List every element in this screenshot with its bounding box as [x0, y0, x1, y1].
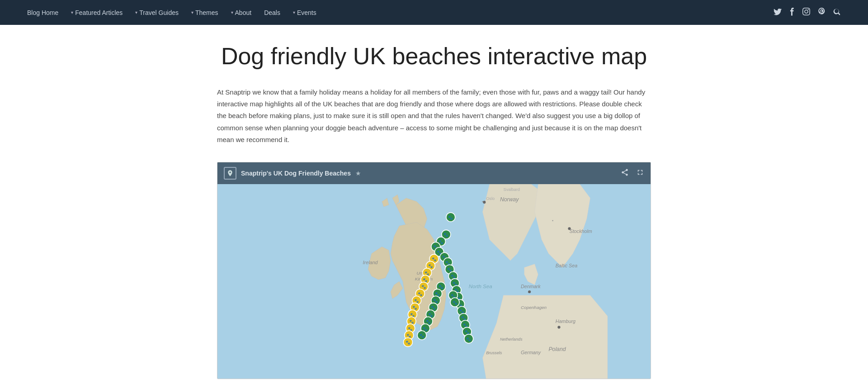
main-content: Dog friendly UK beaches interactive map …: [208, 25, 660, 379]
svg-text:🐾: 🐾: [423, 327, 428, 332]
svg-text:🐾: 🐾: [432, 257, 437, 262]
map-share-button[interactable]: [621, 168, 629, 178]
nav-about[interactable]: ▾ About: [231, 9, 252, 16]
svg-point-103: [483, 201, 486, 204]
navigation: Blog Home ▾ Featured Articles ▾ Travel G…: [0, 0, 868, 25]
svg-text:Svalbard: Svalbard: [504, 187, 520, 192]
caret-icon: ▾: [135, 10, 137, 15]
svg-text:Stockholm: Stockholm: [569, 228, 592, 234]
svg-text:🐾: 🐾: [444, 233, 449, 238]
map-visual[interactable]: Norway Stockholm • Denmark • Copenhagen …: [217, 184, 651, 379]
map-star-icon[interactable]: ★: [355, 170, 361, 177]
svg-text:🐾: 🐾: [453, 300, 458, 305]
svg-text:Netherlands: Netherlands: [500, 337, 523, 342]
svg-text:🐾: 🐾: [447, 267, 452, 272]
caret-icon: ▾: [71, 10, 73, 15]
svg-text:Germany: Germany: [521, 350, 541, 355]
map-header-left: Snaptrip's UK Dog Friendly Beaches ★: [224, 167, 361, 180]
svg-point-104: [568, 227, 571, 230]
nav-events[interactable]: ▾ Events: [293, 9, 316, 16]
caret-icon: ▾: [231, 10, 233, 15]
svg-text:🐾: 🐾: [421, 285, 426, 290]
map-header: Snaptrip's UK Dog Friendly Beaches ★: [217, 162, 651, 184]
map-header-right: [621, 168, 644, 178]
svg-text:North Sea: North Sea: [469, 284, 492, 289]
svg-point-106: [557, 326, 560, 328]
nav-left: Blog Home ▾ Featured Articles ▾ Travel G…: [27, 9, 316, 16]
intro-paragraph: At Snaptrip we know that a family holida…: [217, 86, 651, 146]
svg-text:🐾: 🐾: [418, 292, 423, 297]
svg-text:🐾: 🐾: [406, 340, 410, 345]
nav-blog-home[interactable]: Blog Home: [27, 9, 58, 16]
map-title: Snaptrip's UK Dog Friendly Beaches: [241, 170, 351, 177]
instagram-icon[interactable]: [802, 8, 810, 17]
svg-text:Poland: Poland: [548, 346, 566, 352]
svg-text:🐾: 🐾: [448, 215, 453, 220]
svg-text:Copenhagen: Copenhagen: [521, 305, 547, 310]
nav-themes[interactable]: ▾ Themes: [191, 9, 218, 16]
svg-text:•: •: [552, 219, 553, 223]
twitter-icon[interactable]: [774, 8, 782, 17]
map-fullscreen-button[interactable]: [636, 168, 644, 178]
svg-text:🐾: 🐾: [420, 333, 425, 338]
nav-deals[interactable]: Deals: [264, 9, 280, 16]
svg-point-105: [528, 290, 531, 293]
caret-icon: ▾: [191, 10, 193, 15]
page-title: Dog friendly UK beaches interactive map: [217, 43, 651, 70]
svg-text:Ireland: Ireland: [363, 260, 378, 265]
svg-text:Denmark: Denmark: [521, 284, 541, 289]
svg-text:Baltic Sea: Baltic Sea: [556, 263, 577, 268]
map-embed: Snaptrip's UK Dog Friendly Beaches ★: [217, 162, 651, 379]
svg-text:Hamburg: Hamburg: [556, 318, 576, 324]
nav-travel-guides[interactable]: ▾ Travel Guides: [135, 9, 179, 16]
svg-text:Brussels: Brussels: [486, 351, 502, 355]
nav-featured-articles[interactable]: ▾ Featured Articles: [71, 9, 123, 16]
map-logo-icon: [224, 167, 236, 180]
search-icon[interactable]: [833, 8, 841, 17]
svg-text:Norway: Norway: [500, 196, 519, 203]
facebook-icon[interactable]: [790, 8, 794, 18]
nav-social-icons: [774, 8, 841, 18]
pinterest-icon[interactable]: [818, 8, 825, 18]
svg-text:🐾: 🐾: [428, 264, 433, 269]
svg-text:🐾: 🐾: [466, 337, 471, 342]
svg-text:🐾: 🐾: [439, 285, 443, 290]
svg-text:Oslo: Oslo: [486, 196, 495, 201]
caret-icon: ▾: [293, 10, 295, 15]
